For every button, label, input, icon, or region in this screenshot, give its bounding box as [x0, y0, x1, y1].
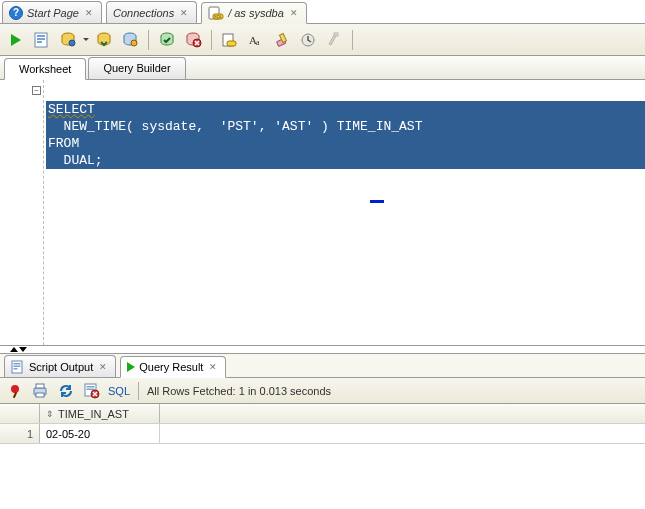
sql-link[interactable]: SQL [108, 385, 130, 397]
settings-button[interactable] [322, 28, 346, 52]
tab-connections[interactable]: Connections ✕ [106, 1, 197, 23]
svg-rect-28 [36, 384, 44, 388]
sheet-tab-label: Worksheet [19, 63, 71, 75]
tab-label: Start Page [27, 7, 79, 19]
result-tab-label: Script Output [29, 361, 93, 373]
tab-label: / as sysdba [228, 7, 284, 19]
grid-header-row: ⇕ TIME_IN_AST [0, 404, 645, 424]
svg-point-8 [69, 40, 75, 46]
sort-icon: ⇕ [46, 409, 54, 419]
toolbar-separator [352, 30, 353, 50]
code-line: SELECT [48, 102, 95, 117]
row-number-cell: 1 [0, 424, 40, 443]
result-toolbar: SQL All Rows Fetched: 1 in 0.013 seconds [0, 378, 645, 404]
worksheet-tabs: Worksheet Query Builder [0, 56, 645, 80]
help-icon: ? [9, 6, 23, 20]
toolbar-separator [138, 382, 139, 400]
svg-point-11 [131, 40, 137, 46]
svg-text:a: a [256, 38, 260, 47]
svg-rect-29 [36, 393, 44, 397]
pushpin-icon [8, 384, 22, 398]
close-icon[interactable]: ✕ [85, 8, 93, 18]
toolbar-separator [211, 30, 212, 50]
fetch-status: All Rows Fetched: 1 in 0.013 seconds [147, 385, 331, 397]
svg-rect-32 [87, 388, 95, 390]
script-output-icon [11, 360, 25, 374]
delete-rows-button[interactable] [82, 381, 102, 401]
printer-icon [31, 382, 49, 400]
fold-glyph: − [34, 87, 39, 95]
result-tab-label: Query Result [139, 361, 203, 373]
unshared-worksheet-button[interactable] [218, 28, 242, 52]
explain-plan-button[interactable] [56, 28, 80, 52]
close-icon[interactable]: ✕ [290, 8, 298, 18]
svg-text:SQL: SQL [214, 14, 223, 19]
code-line: FROM [46, 135, 645, 152]
result-tabs: Script Output ✕ Query Result ✕ [0, 354, 645, 378]
commit-button[interactable] [155, 28, 179, 52]
grid-cell[interactable]: 02-05-20 [40, 424, 160, 443]
svg-rect-5 [37, 38, 45, 40]
code-line: NEW_TIME( sysdate, 'PST', 'AST' ) TIME_I… [46, 118, 645, 135]
to-uppercase-button[interactable]: Aa [244, 28, 268, 52]
svg-rect-26 [14, 368, 18, 370]
refresh-icon [57, 382, 75, 400]
main-toolbar: Aa [0, 24, 645, 56]
column-header[interactable]: ⇕ TIME_IN_AST [40, 404, 160, 423]
sql-history-button[interactable] [296, 28, 320, 52]
text-cursor [370, 200, 384, 203]
editor-gutter: − [0, 80, 44, 345]
sql-editor[interactable]: − SELECT NEW_TIME( sysdate, 'PST', 'AST'… [0, 80, 645, 346]
autotrace-button[interactable] [92, 28, 116, 52]
document-tabs: ? Start Page ✕ Connections ✕ SQL / as sy… [0, 0, 645, 24]
fold-toggle[interactable]: − [32, 86, 41, 95]
close-icon[interactable]: ✕ [180, 8, 188, 18]
svg-rect-24 [14, 363, 21, 365]
tab-script-output[interactable]: Script Output ✕ [4, 355, 116, 377]
table-row[interactable]: 1 02-05-20 [0, 424, 645, 444]
refresh-button[interactable] [56, 381, 76, 401]
results-grid: ⇕ TIME_IN_AST 1 02-05-20 [0, 404, 645, 444]
tab-worksheet[interactable]: Worksheet [4, 58, 86, 80]
rollback-button[interactable] [181, 28, 205, 52]
tab-sql-worksheet[interactable]: SQL / as sysdba ✕ [201, 2, 307, 24]
svg-rect-16 [227, 41, 236, 46]
sql-file-icon: SQL [208, 6, 224, 20]
tab-label: Connections [113, 7, 174, 19]
tab-query-builder[interactable]: Query Builder [88, 57, 185, 79]
run-button[interactable] [4, 28, 28, 52]
run-icon [127, 362, 135, 372]
svg-rect-4 [37, 35, 45, 37]
sql-tuning-button[interactable] [118, 28, 142, 52]
explain-plan-dropdown[interactable] [82, 35, 90, 44]
print-button[interactable] [30, 381, 50, 401]
row-number-header [0, 404, 40, 423]
split-drag-handle[interactable] [0, 346, 645, 354]
delete-icon [83, 382, 101, 400]
sheet-tab-label: Query Builder [103, 62, 170, 74]
close-icon[interactable]: ✕ [209, 362, 217, 372]
clear-button[interactable] [270, 28, 294, 52]
tab-query-result[interactable]: Query Result ✕ [120, 356, 226, 378]
svg-rect-31 [87, 386, 95, 388]
close-icon[interactable]: ✕ [99, 362, 107, 372]
svg-rect-25 [14, 365, 21, 367]
run-script-button[interactable] [30, 28, 54, 52]
toolbar-separator [148, 30, 149, 50]
pin-button[interactable] [6, 382, 24, 400]
svg-rect-6 [37, 41, 42, 43]
code-line: DUAL; [46, 152, 645, 169]
column-header-label: TIME_IN_AST [58, 408, 129, 420]
tab-start-page[interactable]: ? Start Page ✕ [2, 1, 102, 23]
sql-code: SELECT NEW_TIME( sysdate, 'PST', 'AST' )… [44, 82, 645, 169]
svg-rect-22 [334, 33, 338, 36]
